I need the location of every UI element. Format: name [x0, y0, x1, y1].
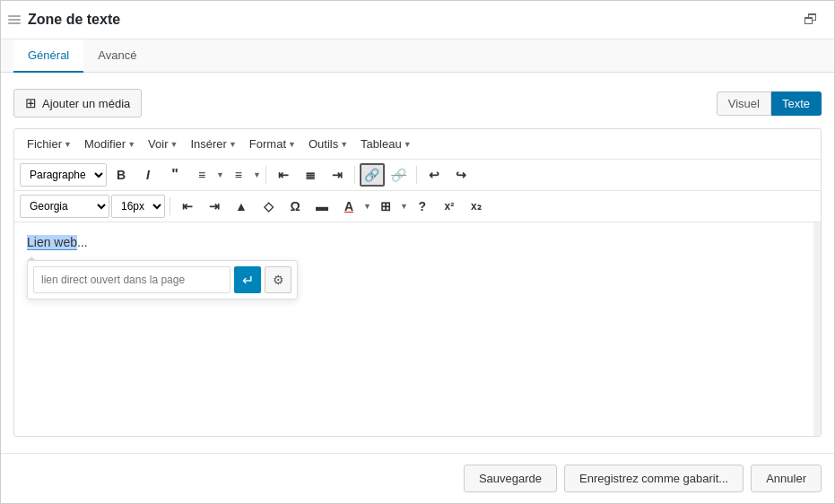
menu-fichier[interactable]: Fichier ▼: [22, 134, 77, 154]
bold-button[interactable]: B: [109, 163, 134, 187]
title-bar-left: Zone de texte: [8, 12, 120, 28]
table-arrow[interactable]: ▼: [400, 202, 408, 211]
main-window: Zone de texte 🗗 Général Avancé ⊞ Ajouter…: [0, 0, 835, 504]
drag-handle[interactable]: [8, 15, 21, 24]
link-tooltip: ↵ ⚙: [27, 260, 298, 300]
toolbar-sep-2: [354, 166, 355, 184]
toolbar-row-2: Georgia 16px ⇤ ⇥ ▲ ◇ Ω ▬ A ▼ ⊞ ▼ ? x² x₂: [14, 191, 821, 222]
editor-body[interactable]: Lien web... ↵ ⚙: [14, 222, 821, 436]
footer: Sauvegarde Enregistrez comme gabarit... …: [1, 453, 834, 503]
link-button[interactable]: 🔗: [360, 163, 385, 187]
table-button[interactable]: ⊞: [373, 195, 398, 218]
scrollbar-track[interactable]: [813, 222, 821, 436]
list-arrow: ▼: [216, 170, 224, 179]
ordered-list-arrow: ▼: [253, 170, 261, 179]
menu-bar: Fichier ▼ Modifier ▼ Voir ▼ Insérer ▼ Fo…: [14, 129, 821, 160]
save-button[interactable]: Sauvegarde: [464, 465, 557, 492]
superscript-button[interactable]: x²: [437, 195, 462, 218]
gear-icon: ⚙: [273, 273, 284, 287]
unordered-list-button[interactable]: ≡: [189, 163, 214, 187]
editor-container: Fichier ▼ Modifier ▼ Voir ▼ Insérer ▼ Fo…: [13, 128, 822, 437]
font-select[interactable]: Georgia: [20, 195, 109, 218]
voir-arrow: ▼: [170, 140, 178, 149]
visual-view-button[interactable]: Visuel: [717, 91, 771, 116]
menu-modifier[interactable]: Modifier ▼: [79, 134, 141, 154]
view-toggle: Visuel Texte: [717, 91, 822, 116]
tab-avance[interactable]: Avancé: [83, 39, 151, 73]
size-select[interactable]: 16px: [111, 195, 165, 218]
media-toolbar: ⊞ Ajouter un média Visuel Texte: [13, 89, 822, 117]
hr-button[interactable]: ▬: [309, 195, 335, 218]
redo-button[interactable]: ↪: [448, 163, 474, 187]
tableau-arrow: ▼: [404, 140, 412, 149]
align-right-button[interactable]: ⇥: [325, 163, 350, 187]
menu-voir[interactable]: Voir ▼: [143, 134, 183, 154]
menu-tableau[interactable]: Tableau ▼: [355, 134, 416, 154]
minimize-button[interactable]: 🗗: [800, 10, 822, 30]
color-button[interactable]: A: [336, 195, 361, 218]
unlink-button[interactable]: 🔗: [387, 163, 412, 187]
indent-button[interactable]: ⇥: [202, 195, 227, 218]
template-button[interactable]: Enregistrez comme gabarit...: [564, 465, 744, 492]
align-left-button[interactable]: ⇤: [271, 163, 296, 187]
link-url-input[interactable]: [33, 266, 230, 293]
special-char-button[interactable]: Ω: [283, 195, 308, 218]
toolbar-row-1: Paragraphe B I " ≡ ▼ ≡ ▼ ⇤ ≣ ⇥ 🔗 🔗 ↩ ↪: [14, 160, 821, 191]
clear-format-button[interactable]: ▲: [229, 195, 254, 218]
window-controls: 🗗: [800, 10, 822, 30]
enter-icon: ↵: [242, 272, 254, 289]
format-arrow: ▼: [288, 140, 296, 149]
outdent-button[interactable]: ⇤: [175, 195, 200, 218]
help-button[interactable]: ?: [410, 195, 435, 218]
toolbar-sep-1: [265, 166, 266, 184]
paragraph-select[interactable]: Paragraphe: [20, 163, 107, 187]
add-media-button[interactable]: ⊞ Ajouter un média: [13, 89, 142, 117]
link-apply-button[interactable]: ↵: [234, 266, 261, 293]
subscript-button[interactable]: x₂: [464, 195, 489, 218]
toolbar-sep-4: [170, 197, 170, 215]
fichier-arrow: ▼: [64, 140, 72, 149]
inserer-arrow: ▼: [229, 140, 237, 149]
menu-outils[interactable]: Outils ▼: [303, 134, 353, 154]
media-icon: ⊞: [25, 95, 37, 111]
text-view-button[interactable]: Texte: [771, 91, 822, 116]
menu-inserer[interactable]: Insérer ▼: [185, 134, 241, 154]
title-bar: Zone de texte 🗗: [1, 1, 834, 39]
color-arrow[interactable]: ▼: [363, 202, 371, 211]
blockquote-button[interactable]: ": [162, 163, 187, 187]
align-center-button[interactable]: ≣: [298, 163, 323, 187]
link-ellipsis: ...: [77, 235, 88, 249]
link-settings-button[interactable]: ⚙: [265, 266, 291, 293]
window-title: Zone de texte: [28, 12, 120, 28]
erase-button[interactable]: ◇: [256, 195, 281, 218]
modifier-arrow: ▼: [127, 140, 135, 149]
content-area: ⊞ Ajouter un média Visuel Texte Fichier …: [1, 73, 834, 453]
outils-arrow: ▼: [340, 140, 348, 149]
link-text-highlight: Lien web: [27, 235, 77, 250]
editor-wrapper: Lien web... ↵ ⚙: [14, 222, 821, 436]
toolbar-sep-3: [416, 166, 417, 184]
menu-format[interactable]: Format ▼: [244, 134, 301, 154]
undo-button[interactable]: ↩: [422, 163, 447, 187]
tab-general[interactable]: Général: [13, 39, 83, 73]
editor-content: Lien web...: [27, 235, 808, 249]
ordered-list-button[interactable]: ≡: [226, 163, 251, 187]
italic-button[interactable]: I: [135, 163, 161, 187]
cancel-button[interactable]: Annuler: [751, 465, 822, 492]
tabs-bar: Général Avancé: [1, 39, 834, 73]
